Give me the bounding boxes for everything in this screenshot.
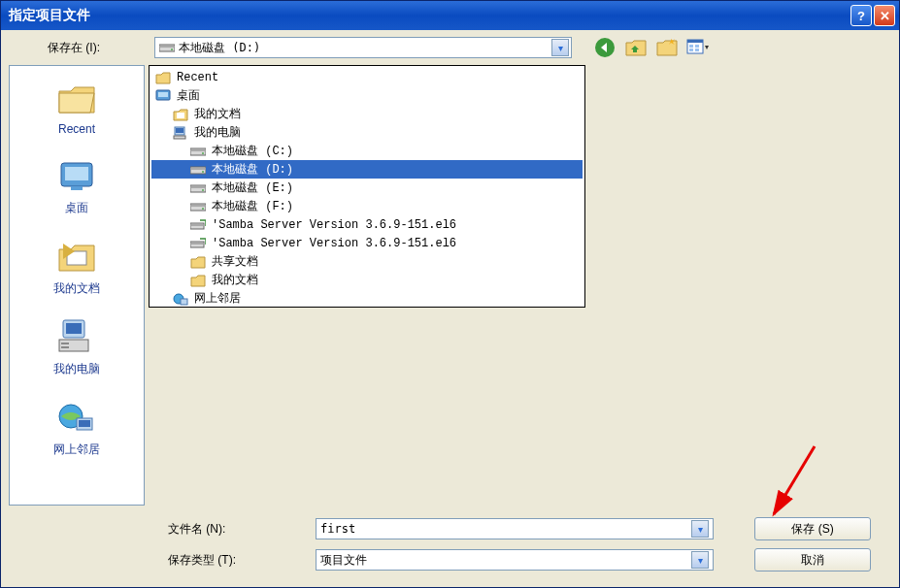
desktop-icon	[155, 88, 171, 104]
tree-row[interactable]: 网上邻居	[151, 289, 583, 308]
svg-rect-5	[687, 40, 703, 43]
svg-rect-32	[191, 168, 205, 170]
save-button[interactable]: 保存 (S)	[754, 517, 871, 540]
desktop-icon	[56, 155, 97, 196]
toolbar: 保存在 (I): 本地磁盘 (D:) ▾	[1, 30, 899, 65]
drive-icon	[159, 42, 175, 53]
svg-rect-6	[689, 45, 693, 48]
save-in-combo[interactable]: 本地磁盘 (D:) ▾	[154, 37, 572, 58]
svg-point-39	[202, 208, 204, 210]
up-folder-icon[interactable]	[624, 36, 648, 59]
tree-row-label: 本地磁盘 (F:)	[210, 197, 295, 215]
sidebar-item-mycomputer[interactable]: 我的电脑	[10, 312, 144, 381]
svg-rect-8	[689, 49, 693, 51]
tree-row[interactable]: 本地磁盘 (E:)	[151, 179, 583, 197]
svg-rect-41	[191, 224, 203, 226]
cancel-button[interactable]: 取消	[754, 548, 871, 572]
filename-input[interactable]	[320, 522, 691, 536]
svg-point-36	[202, 189, 204, 191]
tree-row[interactable]: 本地磁盘 (D:)	[151, 160, 583, 179]
main-area: Recent桌面我的文档我的电脑本地磁盘 (C:)本地磁盘 (D:)本地磁盘 (…	[149, 65, 891, 506]
back-icon[interactable]	[593, 36, 617, 59]
svg-rect-12	[71, 186, 83, 190]
drive-icon	[190, 199, 206, 214]
close-button[interactable]: ✕	[874, 5, 895, 26]
tree-row-label: 'Samba Server Version 3.6.9-151.el6	[210, 217, 458, 233]
content-area: Recent 桌面 我的文档 我的电脑	[1, 65, 899, 506]
tree-row[interactable]: 'Samba Server Version 3.6.9-151.el6	[151, 215, 583, 234]
chevron-down-icon[interactable]: ▾	[551, 39, 569, 56]
sidebar-item-mydocs[interactable]: 我的文档	[10, 232, 144, 301]
svg-rect-7	[695, 45, 699, 48]
filetype-label: 保存类型 (T):	[168, 552, 304, 569]
svg-point-2	[171, 49, 173, 50]
svg-rect-1	[160, 46, 174, 48]
save-in-label: 保存在 (I):	[48, 40, 145, 56]
filetype-combo[interactable]: 项目文件 ▾	[316, 549, 714, 571]
tree-row-label: 本地磁盘 (C:)	[210, 142, 295, 160]
tree-row-label: 本地磁盘 (D:)	[210, 160, 295, 179]
tree-row-label: 我的文档	[210, 271, 260, 289]
network-icon	[173, 291, 188, 307]
netdrive-icon	[190, 217, 206, 233]
drive-icon	[190, 144, 206, 159]
folder-tree[interactable]: Recent桌面我的文档我的电脑本地磁盘 (C:)本地磁盘 (D:)本地磁盘 (…	[149, 65, 585, 308]
tree-row-label: 'Samba Server Version 3.6.9-151.el6	[210, 236, 458, 251]
sidebar-network-label: 网上邻居	[53, 441, 100, 458]
tree-row[interactable]: 我的文档	[151, 271, 583, 289]
new-folder-icon[interactable]	[655, 36, 679, 59]
mycomp-icon	[173, 125, 188, 141]
tree-row[interactable]: 桌面	[151, 86, 583, 105]
sidebar-item-recent[interactable]: Recent	[10, 74, 144, 140]
titlebar: 指定项目文件 ? ✕	[1, 1, 899, 30]
save-dialog-window: 指定项目文件 ? ✕ 保存在 (I): 本地磁盘 (D:) ▾	[0, 0, 900, 588]
svg-rect-45	[181, 299, 187, 305]
tree-row[interactable]: 共享文档	[151, 252, 583, 271]
tree-row-label: 我的电脑	[192, 123, 243, 142]
tree-row[interactable]: 我的电脑	[151, 123, 583, 142]
network-icon	[56, 397, 97, 438]
filename-row: 文件名 (N): ▾ 保存 (S)	[5, 513, 899, 544]
svg-rect-16	[59, 340, 88, 351]
tree-row-label: 网上邻居	[192, 289, 243, 308]
views-icon[interactable]	[686, 36, 710, 59]
svg-rect-27	[174, 136, 185, 139]
chevron-down-icon[interactable]: ▾	[691, 551, 709, 569]
filename-input-wrap: ▾	[316, 518, 714, 539]
chevron-down-icon[interactable]: ▾	[691, 520, 709, 538]
filename-label: 文件名 (N):	[168, 521, 304, 538]
svg-rect-11	[65, 167, 88, 180]
sidebar-item-desktop[interactable]: 桌面	[10, 151, 144, 220]
tree-row-label: 本地磁盘 (E:)	[210, 179, 295, 197]
svg-rect-23	[158, 92, 168, 97]
netdrive-icon	[190, 236, 206, 251]
sidebar-item-network[interactable]: 网上邻居	[10, 393, 144, 462]
tree-row[interactable]: 本地磁盘 (F:)	[151, 197, 583, 215]
svg-rect-21	[79, 420, 90, 427]
tree-row-label: 我的文档	[192, 105, 243, 123]
svg-rect-29	[191, 149, 205, 151]
tree-row[interactable]: 我的文档	[151, 105, 583, 123]
sidebar-desktop-label: 桌面	[65, 200, 88, 216]
svg-rect-18	[61, 346, 69, 348]
svg-rect-35	[191, 186, 205, 188]
tree-row[interactable]: 本地磁盘 (C:)	[151, 142, 583, 160]
toolbar-nav-icons	[593, 36, 710, 59]
svg-rect-17	[61, 343, 69, 344]
folder-icon	[190, 254, 206, 270]
svg-point-33	[202, 171, 204, 173]
tree-row-label: 共享文档	[210, 252, 260, 271]
filetype-row: 保存类型 (T): 项目文件 ▾ 取消	[5, 544, 899, 575]
tree-row[interactable]: 'Samba Server Version 3.6.9-151.el6	[151, 234, 583, 252]
sidebar-mycomputer-label: 我的电脑	[53, 361, 100, 377]
help-button[interactable]: ?	[850, 5, 872, 26]
tree-row[interactable]: Recent	[151, 68, 583, 86]
mycomputer-icon	[56, 316, 97, 357]
folder-icon	[190, 273, 206, 288]
mydocs-icon	[173, 107, 188, 122]
svg-point-30	[202, 152, 204, 154]
svg-rect-15	[66, 323, 82, 334]
titlebar-buttons: ? ✕	[850, 5, 895, 26]
sidebar-mydocs-label: 我的文档	[53, 280, 100, 297]
filetype-value: 项目文件	[320, 552, 691, 569]
